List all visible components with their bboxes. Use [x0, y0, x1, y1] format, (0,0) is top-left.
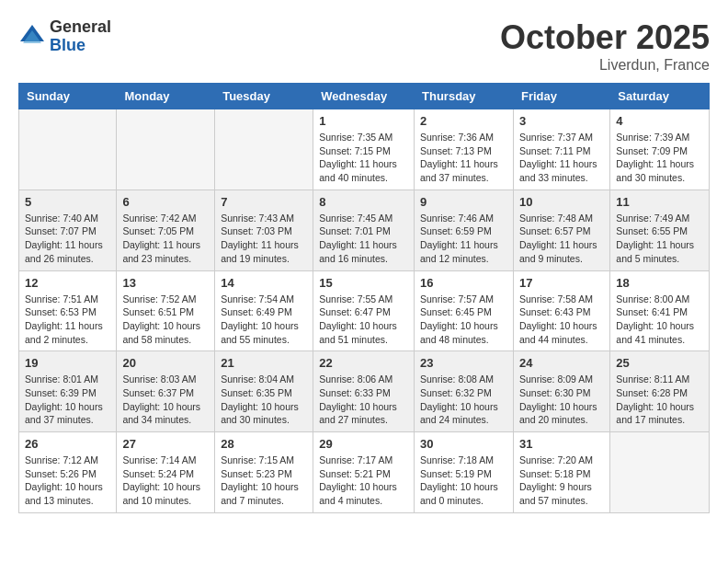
calendar-cell: 7Sunrise: 7:43 AM Sunset: 7:03 PM Daylig…: [215, 190, 313, 270]
weekday-header: Wednesday: [313, 84, 415, 109]
day-info: Sunrise: 7:48 AM Sunset: 6:57 PM Dayligh…: [519, 212, 604, 266]
calendar-cell: 20Sunrise: 8:03 AM Sunset: 6:37 PM Dayli…: [117, 351, 215, 432]
day-number: 10: [519, 195, 604, 209]
day-info: Sunrise: 7:43 AM Sunset: 7:03 PM Dayligh…: [221, 212, 307, 266]
day-number: 1: [319, 114, 408, 128]
logo-general-text: General: [50, 18, 111, 37]
calendar-cell: 5Sunrise: 7:40 AM Sunset: 7:07 PM Daylig…: [19, 190, 117, 270]
day-number: 2: [420, 114, 507, 128]
logo-icon: [18, 23, 46, 51]
day-number: 23: [420, 356, 507, 370]
day-number: 30: [420, 437, 507, 451]
calendar-cell: 17Sunrise: 7:58 AM Sunset: 6:43 PM Dayli…: [513, 270, 609, 351]
day-number: 19: [25, 356, 110, 370]
calendar-cell: [215, 109, 313, 190]
logo-text: General Blue: [50, 18, 111, 55]
day-number: 6: [122, 195, 209, 209]
day-info: Sunrise: 7:37 AM Sunset: 7:11 PM Dayligh…: [519, 131, 604, 185]
day-number: 22: [319, 356, 408, 370]
day-number: 17: [519, 276, 604, 290]
page-header: General Blue October 2025 Liverdun, Fran…: [18, 18, 710, 74]
calendar-cell: 27Sunrise: 7:14 AM Sunset: 5:24 PM Dayli…: [117, 432, 215, 513]
calendar-cell: 23Sunrise: 8:08 AM Sunset: 6:32 PM Dayli…: [415, 351, 514, 432]
day-info: Sunrise: 7:55 AM Sunset: 6:47 PM Dayligh…: [319, 293, 408, 347]
calendar-week-row: 26Sunrise: 7:12 AM Sunset: 5:26 PM Dayli…: [19, 432, 710, 513]
calendar-cell: 24Sunrise: 8:09 AM Sunset: 6:30 PM Dayli…: [513, 351, 609, 432]
day-info: Sunrise: 8:06 AM Sunset: 6:33 PM Dayligh…: [319, 373, 408, 427]
calendar-week-row: 19Sunrise: 8:01 AM Sunset: 6:39 PM Dayli…: [19, 351, 710, 432]
day-number: 4: [616, 114, 703, 128]
day-number: 31: [519, 437, 604, 451]
calendar-week-row: 5Sunrise: 7:40 AM Sunset: 7:07 PM Daylig…: [19, 190, 710, 270]
day-number: 29: [319, 437, 408, 451]
day-info: Sunrise: 8:04 AM Sunset: 6:35 PM Dayligh…: [221, 373, 307, 427]
day-number: 20: [122, 356, 209, 370]
day-info: Sunrise: 7:54 AM Sunset: 6:49 PM Dayligh…: [221, 293, 307, 347]
day-info: Sunrise: 8:09 AM Sunset: 6:30 PM Dayligh…: [519, 373, 604, 427]
day-info: Sunrise: 7:39 AM Sunset: 7:09 PM Dayligh…: [616, 131, 703, 185]
day-info: Sunrise: 7:46 AM Sunset: 6:59 PM Dayligh…: [420, 212, 507, 266]
day-info: Sunrise: 7:18 AM Sunset: 5:19 PM Dayligh…: [420, 454, 507, 508]
day-number: 21: [221, 356, 307, 370]
weekday-header: Sunday: [19, 84, 117, 109]
calendar-cell: [117, 109, 215, 190]
day-number: 11: [616, 195, 703, 209]
day-info: Sunrise: 7:20 AM Sunset: 5:18 PM Dayligh…: [519, 454, 604, 508]
day-number: 24: [519, 356, 604, 370]
calendar-cell: 10Sunrise: 7:48 AM Sunset: 6:57 PM Dayli…: [513, 190, 609, 270]
weekday-header: Saturday: [610, 84, 710, 109]
logo: General Blue: [18, 18, 111, 55]
day-info: Sunrise: 7:51 AM Sunset: 6:53 PM Dayligh…: [25, 293, 110, 347]
day-info: Sunrise: 8:11 AM Sunset: 6:28 PM Dayligh…: [616, 373, 703, 427]
day-info: Sunrise: 7:36 AM Sunset: 7:13 PM Dayligh…: [420, 131, 507, 185]
calendar-week-row: 12Sunrise: 7:51 AM Sunset: 6:53 PM Dayli…: [19, 270, 710, 351]
day-info: Sunrise: 8:08 AM Sunset: 6:32 PM Dayligh…: [420, 373, 507, 427]
calendar-cell: [610, 432, 710, 513]
calendar-cell: 26Sunrise: 7:12 AM Sunset: 5:26 PM Dayli…: [19, 432, 117, 513]
day-number: 28: [221, 437, 307, 451]
logo-blue-text: Blue: [50, 37, 111, 55]
day-number: 15: [319, 276, 408, 290]
day-info: Sunrise: 7:12 AM Sunset: 5:26 PM Dayligh…: [25, 454, 110, 508]
day-number: 27: [122, 437, 209, 451]
day-number: 16: [420, 276, 507, 290]
day-number: 8: [319, 195, 408, 209]
day-info: Sunrise: 7:49 AM Sunset: 6:55 PM Dayligh…: [616, 212, 703, 266]
day-info: Sunrise: 7:15 AM Sunset: 5:23 PM Dayligh…: [221, 454, 307, 508]
calendar-cell: 18Sunrise: 8:00 AM Sunset: 6:41 PM Dayli…: [610, 270, 710, 351]
day-info: Sunrise: 8:03 AM Sunset: 6:37 PM Dayligh…: [122, 373, 209, 427]
day-info: Sunrise: 8:00 AM Sunset: 6:41 PM Dayligh…: [616, 293, 703, 347]
calendar: SundayMondayTuesdayWednesdayThursdayFrid…: [18, 83, 710, 513]
calendar-cell: 8Sunrise: 7:45 AM Sunset: 7:01 PM Daylig…: [313, 190, 415, 270]
calendar-cell: 29Sunrise: 7:17 AM Sunset: 5:21 PM Dayli…: [313, 432, 415, 513]
calendar-cell: 21Sunrise: 8:04 AM Sunset: 6:35 PM Dayli…: [215, 351, 313, 432]
location-title: Liverdun, France: [500, 57, 710, 74]
calendar-cell: 12Sunrise: 7:51 AM Sunset: 6:53 PM Dayli…: [19, 270, 117, 351]
day-info: Sunrise: 7:40 AM Sunset: 7:07 PM Dayligh…: [25, 212, 110, 266]
day-info: Sunrise: 7:35 AM Sunset: 7:15 PM Dayligh…: [319, 131, 408, 185]
calendar-cell: 28Sunrise: 7:15 AM Sunset: 5:23 PM Dayli…: [215, 432, 313, 513]
calendar-cell: 6Sunrise: 7:42 AM Sunset: 7:05 PM Daylig…: [117, 190, 215, 270]
weekday-header: Tuesday: [215, 84, 313, 109]
day-number: 9: [420, 195, 507, 209]
title-block: October 2025 Liverdun, France: [500, 18, 710, 74]
weekday-header: Thursday: [415, 84, 514, 109]
weekday-header: Friday: [513, 84, 609, 109]
day-info: Sunrise: 7:52 AM Sunset: 6:51 PM Dayligh…: [122, 293, 209, 347]
calendar-cell: 16Sunrise: 7:57 AM Sunset: 6:45 PM Dayli…: [415, 270, 514, 351]
calendar-cell: 31Sunrise: 7:20 AM Sunset: 5:18 PM Dayli…: [513, 432, 609, 513]
calendar-cell: 15Sunrise: 7:55 AM Sunset: 6:47 PM Dayli…: [313, 270, 415, 351]
day-info: Sunrise: 7:58 AM Sunset: 6:43 PM Dayligh…: [519, 293, 604, 347]
day-number: 25: [616, 356, 703, 370]
calendar-cell: 1Sunrise: 7:35 AM Sunset: 7:15 PM Daylig…: [313, 109, 415, 190]
day-number: 18: [616, 276, 703, 290]
calendar-cell: 3Sunrise: 7:37 AM Sunset: 7:11 PM Daylig…: [513, 109, 609, 190]
calendar-cell: 2Sunrise: 7:36 AM Sunset: 7:13 PM Daylig…: [415, 109, 514, 190]
calendar-cell: 30Sunrise: 7:18 AM Sunset: 5:19 PM Dayli…: [415, 432, 514, 513]
day-info: Sunrise: 7:57 AM Sunset: 6:45 PM Dayligh…: [420, 293, 507, 347]
day-number: 26: [25, 437, 110, 451]
calendar-cell: 19Sunrise: 8:01 AM Sunset: 6:39 PM Dayli…: [19, 351, 117, 432]
day-number: 13: [122, 276, 209, 290]
day-number: 7: [221, 195, 307, 209]
day-number: 3: [519, 114, 604, 128]
